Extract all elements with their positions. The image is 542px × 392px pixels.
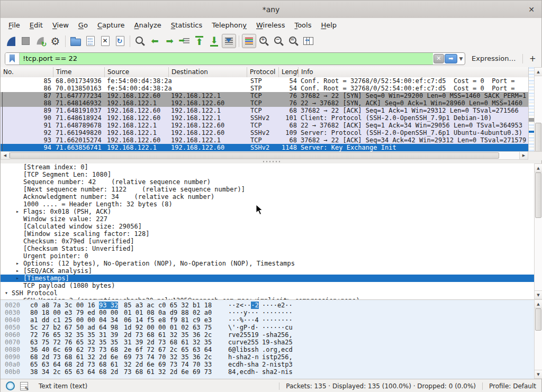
detail-line[interactable]: [Next sequence number: 1122 (relative se… — [1, 186, 534, 193]
filter-bookmark-button[interactable] — [5, 53, 20, 65]
go-back-button[interactable] — [148, 34, 162, 48]
open-file-button[interactable] — [68, 34, 83, 48]
find-packet-button[interactable] — [133, 34, 147, 48]
scrollbar-thumb[interactable] — [535, 172, 541, 218]
close-file-button[interactable] — [98, 34, 112, 48]
scroll-up-icon[interactable]: ▲ — [535, 164, 542, 172]
packet-row[interactable]: 9171.648789678192.168.122.1192.168.122.6… — [1, 122, 528, 129]
packet-row[interactable]: 8771.647777234192.168.122.60192.168.122.… — [1, 92, 528, 99]
detail-line[interactable]: [Window size scaling factor: 128] — [1, 230, 534, 238]
display-filter-input[interactable]: !tcp.port == 22 — [20, 53, 433, 65]
menu-item[interactable]: Tools — [290, 19, 316, 31]
details-vscrollbar[interactable]: ▲ ▼ — [534, 163, 542, 299]
detail-line[interactable]: TCP payload (1080 bytes) — [1, 282, 534, 289]
capture-options-button[interactable] — [48, 34, 62, 48]
scrollbar-thumb[interactable] — [535, 308, 541, 331]
detail-line[interactable]: [SEQ/ACK analysis] — [1, 267, 534, 275]
detail-line[interactable]: [Timestamps] — [1, 275, 534, 282]
zoom-out-button[interactable] — [272, 34, 286, 48]
menu-item[interactable]: Telephony — [207, 19, 251, 31]
packet-row[interactable]: 8971.648191037192.168.122.60192.168.122.… — [1, 107, 528, 114]
menu-item[interactable]: Go — [74, 19, 93, 31]
filter-dropdown-caret[interactable]: ▼ — [457, 56, 465, 61]
restart-capture-button[interactable]: ↻ — [33, 34, 48, 48]
hex-row[interactable]: 009068 2d 73 68 61 32 2d 6e69 73 74 70 3… — [1, 353, 534, 361]
detail-line[interactable]: Window size value: 227 — [1, 215, 534, 223]
packet-list-hscrollbar[interactable]: ◀ ▶ — [1, 151, 528, 160]
go-forward-button[interactable] — [162, 34, 177, 48]
packet-row[interactable]: 9071.648618924192.168.122.60192.168.122.… — [1, 114, 528, 122]
resize-columns-button[interactable] — [301, 34, 315, 48]
detail-line[interactable]: Options: (12 bytes), No-Operation (NOP),… — [1, 260, 534, 267]
detail-line[interactable]: [Checksum Status: Unverified] — [1, 245, 534, 252]
packet-row[interactable]: 9471.663856741192.168.122.1192.168.122.6… — [1, 144, 528, 151]
go-first-packet-button[interactable] — [192, 34, 206, 48]
zoom-100-button[interactable] — [286, 34, 301, 48]
packet-row[interactable]: 9271.661949820192.168.122.1192.168.122.6… — [1, 129, 528, 136]
filter-apply-button[interactable]: ➡ — [445, 54, 457, 63]
detail-line[interactable]: [TCP Segment Len: 1080] — [1, 171, 534, 178]
close-icon[interactable]: ✕ — [527, 5, 536, 14]
intelligent-scrollbar[interactable] — [528, 67, 534, 160]
menu-item[interactable]: View — [48, 19, 74, 31]
detail-line[interactable]: Urgent pointer: 0 — [1, 252, 534, 260]
menu-item[interactable]: Edit — [25, 19, 48, 31]
scrollbar-thumb[interactable] — [10, 152, 499, 159]
hex-row[interactable]: 0040a1 dd c1 25 00 00 04 3406 14 f5 e8 f… — [1, 316, 534, 324]
column-header-length[interactable]: Length — [279, 67, 299, 77]
hex-row[interactable]: 00a065 63 64 68 2d 73 68 6132 2d 6e 69 7… — [1, 361, 534, 368]
save-file-button[interactable] — [83, 34, 97, 48]
menu-item[interactable]: Analyze — [130, 19, 166, 31]
stop-capture-button[interactable] — [19, 34, 33, 48]
start-capture-button[interactable] — [4, 34, 18, 48]
column-header-time[interactable]: Time — [53, 67, 105, 77]
packet-list-vscrollbar[interactable]: ▲ ▼ — [534, 67, 542, 160]
column-header-no[interactable]: No. — [1, 67, 53, 77]
packet-row[interactable]: 8568.001734936fe:54:00:d4:38:2aSTP54Conf… — [1, 77, 528, 85]
packet-row[interactable]: 9371.662015274192.168.122.60192.168.122.… — [1, 136, 528, 144]
hex-row[interactable]: 008036 40 6c 69 62 73 73 682e 6f 72 67 2… — [1, 346, 534, 353]
scroll-up-icon[interactable]: ▲ — [535, 68, 542, 76]
detail-line[interactable]: SSH Protocol — [1, 289, 534, 297]
status-profile[interactable]: Profile: Default — [482, 382, 536, 390]
colorize-button[interactable] — [242, 34, 256, 48]
zoom-in-button[interactable] — [257, 34, 271, 48]
hex-row[interactable]: 00505c 27 b2 67 50 ad 64 981d 92 00 00 0… — [1, 324, 534, 331]
column-header-protocol[interactable]: Protocol — [247, 67, 279, 77]
scroll-down-icon[interactable]: ▼ — [535, 290, 542, 299]
menu-item[interactable]: Capture — [93, 19, 130, 31]
column-header-info[interactable]: Info — [299, 67, 528, 77]
detail-line[interactable]: Acknowledgment number: 34 (relative ack … — [1, 193, 534, 200]
scroll-right-icon[interactable]: ▶ — [519, 152, 528, 159]
scrollbar-thumb[interactable] — [535, 123, 541, 152]
hex-row[interactable]: 007063 75 72 76 65 32 35 3531 39 2d 73 6… — [1, 339, 534, 346]
detail-line[interactable]: [Calculated window size: 29056] — [1, 223, 534, 230]
menu-item[interactable]: Help — [316, 19, 341, 31]
detail-line[interactable]: Sequence number: 42 (relative sequence n… — [1, 178, 534, 186]
reload-file-button[interactable] — [113, 34, 127, 48]
scroll-left-icon[interactable]: ◀ — [1, 152, 10, 159]
hex-row[interactable]: 003080 18 00 e3 79 ed 00 0001 01 08 0a d… — [1, 309, 534, 316]
column-header-destination[interactable]: Destination — [169, 67, 247, 77]
detail-line[interactable]: 1000 .... = Header Length: 32 bytes (8) — [1, 200, 534, 208]
add-filter-button[interactable]: + — [528, 54, 537, 63]
hex-row[interactable]: 006072 76 65 32 35 35 31 392d 73 68 61 3… — [1, 331, 534, 339]
capture-comment-icon[interactable] — [20, 382, 28, 390]
scroll-up-icon[interactable]: ▲ — [535, 300, 542, 308]
hex-vscrollbar[interactable]: ▲ ▼ — [534, 299, 542, 379]
menu-item[interactable]: File — [4, 19, 25, 31]
menu-item[interactable]: Wireless — [251, 19, 290, 31]
go-last-packet-button[interactable] — [207, 34, 221, 48]
hex-row[interactable]: 0020c0 a8 7a 3c 00 16 93 3285 a3 ac c0 6… — [1, 302, 534, 309]
detail-line[interactable]: Flags: 0x018 (PSH, ACK) — [1, 208, 534, 215]
go-to-packet-button[interactable] — [177, 34, 192, 48]
column-header-source[interactable]: Source — [105, 67, 169, 77]
packet-row[interactable]: 8871.648146932192.168.122.1192.168.122.6… — [1, 99, 528, 107]
auto-scroll-button[interactable] — [222, 34, 236, 48]
filter-clear-button[interactable]: ✕ — [433, 54, 444, 63]
pane-splitter[interactable] — [1, 160, 541, 163]
detail-line[interactable]: [Stream index: 0] — [1, 163, 534, 171]
packet-row[interactable]: 8670.013850163fe:54:00:d4:38:2aSTP54Conf… — [1, 85, 528, 92]
expression-button[interactable]: Expression… — [472, 54, 516, 62]
hex-row[interactable]: 00b038 34 2c 65 63 64 68 2d73 68 61 32 2… — [1, 368, 534, 376]
